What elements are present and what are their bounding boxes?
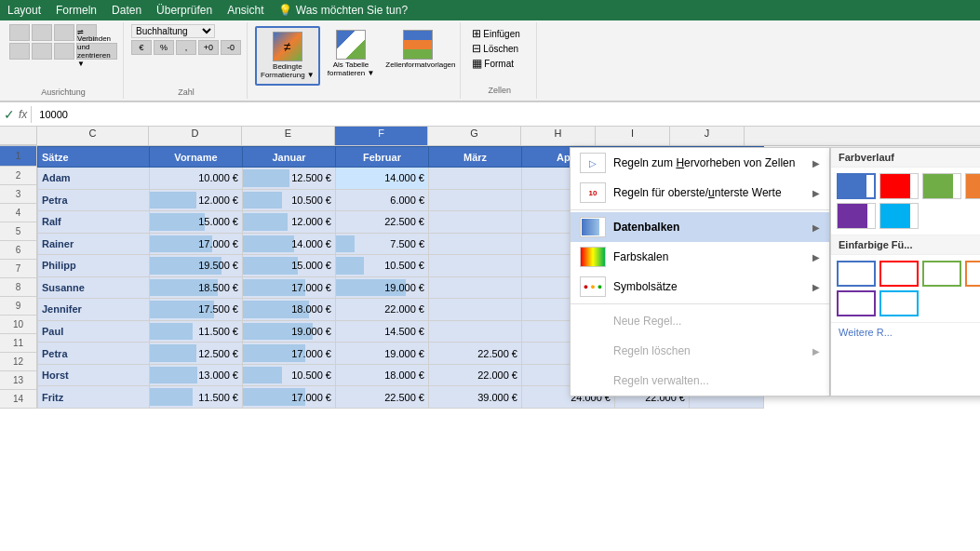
solid-bar-red[interactable] xyxy=(879,261,919,287)
header-vorname: Vorname xyxy=(150,147,243,168)
gradient-bar-orange[interactable] xyxy=(965,173,980,199)
table-format-btn[interactable]: Als Tabelleformatieren ▼ xyxy=(324,26,379,82)
menu-item-regeln-verwalten[interactable]: Regeln verwalten... xyxy=(571,366,829,396)
menu-layout[interactable]: Layout xyxy=(7,4,41,17)
menu-item-datenbalken[interactable]: Datenbalken ▶ xyxy=(571,212,829,242)
gradient-bar-purple[interactable] xyxy=(837,203,876,229)
mehr-regeln-link[interactable]: Weitere R... xyxy=(831,322,980,342)
delete-icon: ⊟ xyxy=(472,42,481,55)
menu-ueberpruefen[interactable]: Überprüfen xyxy=(156,4,212,17)
oberste-label: Regeln für oberste/unterste Werte xyxy=(613,186,805,199)
row-num-9: 9 xyxy=(0,297,36,316)
neue-regel-label: Neue Regel... xyxy=(613,315,820,328)
row-num-3: 3 xyxy=(0,185,36,204)
menu-ansicht[interactable]: Ansicht xyxy=(227,4,263,17)
farbskalen-label: Farbskalen xyxy=(613,250,805,263)
align-right-btn[interactable] xyxy=(54,43,74,60)
merge-center-btn[interactable]: Verbinden und zentrieren ▼ xyxy=(76,43,117,60)
col-header-f[interactable]: F xyxy=(335,127,428,145)
gradient-section-label: Farbverlauf xyxy=(831,148,980,168)
menu-help[interactable]: 💡 Was möchten Sie tun? xyxy=(278,4,408,17)
oberste-arrow: ▶ xyxy=(812,188,820,198)
format-btn[interactable]: ▦ Format xyxy=(468,56,530,71)
header-februar: Februar xyxy=(336,147,429,168)
gradient-bar-lightblue[interactable] xyxy=(879,203,919,229)
format-icon: ▦ xyxy=(472,57,482,70)
datenbalken-sub-panel: Farbverlauf Einfarbige Fü... Weitere R xyxy=(830,147,980,396)
row-num-6: 6 xyxy=(0,241,36,260)
solid-bar-blue[interactable] xyxy=(837,261,876,287)
formula-input[interactable] xyxy=(35,109,976,120)
alignment-row2: Verbinden und zentrieren ▼ xyxy=(9,43,117,60)
regeln-verwalten-icon xyxy=(580,370,606,391)
comma-btn[interactable]: , xyxy=(176,40,196,55)
number-format-select[interactable]: Buchhaltung xyxy=(131,24,215,38)
checkmark-area: ✓ xyxy=(4,107,15,122)
insert-btn[interactable]: ⊞ Einfügen xyxy=(468,26,530,41)
row-numbers: 1 2 3 4 5 6 7 8 9 10 11 12 13 14 xyxy=(0,146,37,409)
col-header-e[interactable]: E xyxy=(242,127,335,145)
cells-group: ⊞ Einfügen ⊟ Löschen ▦ Format Zellen xyxy=(463,22,537,99)
ribbon: ⇌ Verbinden und zentrieren ▼ Ausrichtung… xyxy=(0,20,980,102)
menu-item-symbolsaetze[interactable]: ●●● Symbolsätze ▶ xyxy=(571,272,829,302)
formula-bar: ✓ fx xyxy=(0,102,980,127)
insert-label: Einfügen xyxy=(483,29,519,39)
header-maerz: März xyxy=(429,147,522,168)
solid-bar-purple[interactable] xyxy=(837,290,876,316)
gradient-bar-blue[interactable] xyxy=(837,173,876,199)
align-left-btn[interactable] xyxy=(9,43,30,60)
gradient-bar-red[interactable] xyxy=(879,173,919,199)
hervorheben-arrow: ▶ xyxy=(812,158,820,168)
format-label: Format xyxy=(484,59,514,69)
col-headers-row: C D E F G H I J xyxy=(0,127,980,146)
cell-styles-btn[interactable]: Zellenformatvorlagen xyxy=(382,26,454,74)
solid-bar-lightblue[interactable] xyxy=(879,290,919,316)
farbskalen-arrow: ▶ xyxy=(812,252,820,262)
col-header-g[interactable]: G xyxy=(428,127,521,145)
col-header-c[interactable]: C xyxy=(37,127,149,145)
align-top-center-btn[interactable] xyxy=(32,24,52,41)
gradient-bar-grid xyxy=(831,168,980,235)
header-sätze: Sätze xyxy=(38,147,150,168)
percent-btn[interactable]: % xyxy=(154,40,174,55)
menu-formeln[interactable]: Formeln xyxy=(56,4,97,17)
datenbalken-label: Datenbalken xyxy=(613,221,805,234)
regeln-verwalten-label: Regeln verwalten... xyxy=(613,374,820,387)
increase-decimal-btn[interactable]: +0 xyxy=(198,40,219,55)
align-top-left-btn[interactable] xyxy=(9,24,30,41)
col-header-d[interactable]: D xyxy=(149,127,242,145)
gradient-bar-green[interactable] xyxy=(922,173,961,199)
insert-icon: ⊞ xyxy=(472,27,481,40)
menu-item-farbskalen[interactable]: Farbskalen ▶ xyxy=(571,242,829,272)
col-header-h[interactable]: H xyxy=(521,127,596,145)
styles-group: ≠ BedingteFormatierung ▼ Als Tabelleform… xyxy=(249,22,461,99)
delete-btn[interactable]: ⊟ Löschen xyxy=(468,41,530,56)
align-center-btn[interactable] xyxy=(32,43,52,60)
menu-daten[interactable]: Daten xyxy=(112,4,141,17)
confirm-btn[interactable]: ✓ xyxy=(4,107,15,122)
menu-item-hervorheben[interactable]: ▷ Regeln zum Hervorheben von Zellen ▶ xyxy=(571,148,829,178)
cond-format-icon: ≠ xyxy=(273,32,302,61)
menu-item-regeln-loeschen[interactable]: Regeln löschen ▶ xyxy=(571,336,829,366)
menu-item-neue-regel[interactable]: Neue Regel... xyxy=(571,306,829,336)
row-num-12: 12 xyxy=(0,353,36,371)
solid-bar-green[interactable] xyxy=(922,261,961,287)
delete-label: Löschen xyxy=(483,44,518,54)
col-header-i[interactable]: I xyxy=(596,127,670,145)
header-januar: Januar xyxy=(243,147,336,168)
number-group: Buchhaltung € % , +0 -0 Zahl xyxy=(126,22,248,99)
symbolsaetze-label: Symbolsätze xyxy=(613,280,805,293)
align-top-right-btn[interactable] xyxy=(54,24,74,41)
solid-bar-orange[interactable] xyxy=(965,261,980,287)
symbolsaetze-arrow: ▶ xyxy=(812,282,820,292)
conditional-formatting-btn[interactable]: ≠ BedingteFormatierung ▼ xyxy=(255,26,320,86)
datenbalken-icon xyxy=(580,217,606,237)
col-header-j[interactable]: J xyxy=(670,127,745,145)
menu-sep-2 xyxy=(571,303,829,304)
menu-item-oberste[interactable]: 10 Regeln für oberste/unterste Werte ▶ xyxy=(571,178,829,208)
oberste-icon: 10 xyxy=(580,182,606,203)
cond-format-label: BedingteFormatierung ▼ xyxy=(261,63,315,80)
dropdown-container: ▷ Regeln zum Hervorheben von Zellen ▶ 10… xyxy=(570,147,980,396)
decrease-decimal-btn[interactable]: -0 xyxy=(221,40,241,55)
currency-btn[interactable]: € xyxy=(131,40,152,55)
